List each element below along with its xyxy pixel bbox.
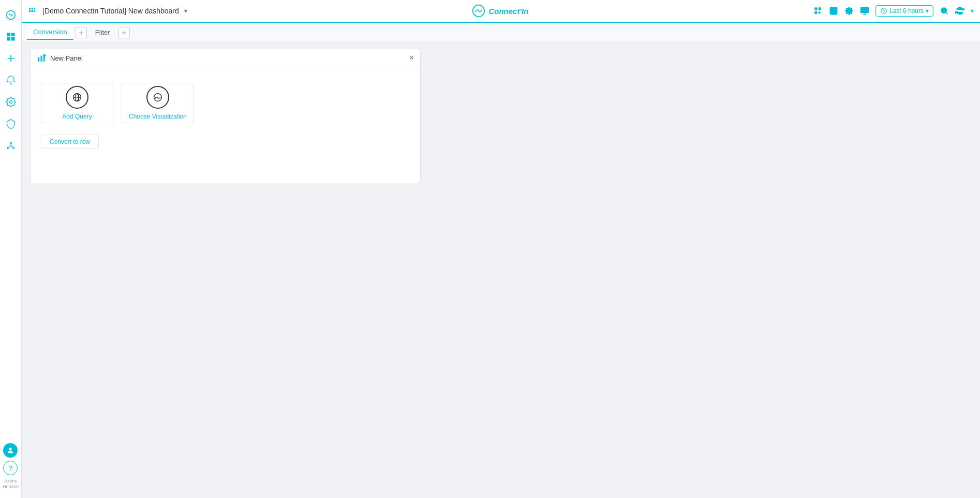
refresh-icon[interactable] xyxy=(955,6,964,16)
panel-card: New Panel × xyxy=(30,49,421,183)
add-query-option[interactable]: Add Query xyxy=(41,83,113,124)
svg-point-7 xyxy=(7,147,9,149)
svg-rect-2 xyxy=(11,33,14,37)
panel-add-chart-icon xyxy=(37,53,46,63)
svg-rect-12 xyxy=(34,8,35,9)
topbar-center: Connect'In xyxy=(191,4,809,18)
panel-header: New Panel × xyxy=(31,49,420,67)
tab-conversion[interactable]: Conversion xyxy=(27,25,73,40)
topbar-right-actions: Last 6 hours ▾ ▾ xyxy=(813,5,974,17)
svg-rect-3 xyxy=(7,37,10,41)
tab-filter[interactable]: Filter xyxy=(89,25,116,39)
brand-logo-topbar: Connect'In xyxy=(472,4,528,18)
search-icon[interactable] xyxy=(940,6,949,16)
sidebar-item-notifications[interactable] xyxy=(2,71,20,90)
sidebar-item-settings[interactable] xyxy=(2,93,20,111)
svg-point-25 xyxy=(941,8,947,13)
tabbar: Conversion + Filter + xyxy=(22,23,980,42)
more-options-icon[interactable]: ▾ xyxy=(971,7,974,14)
add-query-label: Add Query xyxy=(62,113,92,121)
convert-to-row-button[interactable]: Convert to row xyxy=(41,135,99,149)
title-dropdown-arrow[interactable]: ▾ xyxy=(184,7,187,14)
dashboard-grid-icon xyxy=(28,7,36,15)
svg-rect-18 xyxy=(819,7,821,10)
choose-visualization-label: Choose Visualization xyxy=(129,113,187,121)
panel-body: Add Query Choose Visualization Conver xyxy=(31,67,420,165)
svg-point-8 xyxy=(12,147,14,149)
save-icon[interactable] xyxy=(829,6,838,16)
panel-header-left: New Panel xyxy=(37,53,83,63)
sidebar-item-network[interactable] xyxy=(2,136,20,155)
brand-logo: Axens Horizon xyxy=(3,478,19,490)
svg-rect-4 xyxy=(11,37,14,41)
sidebar: ? Axens Horizon xyxy=(0,0,22,498)
svg-rect-27 xyxy=(41,56,42,62)
svg-rect-23 xyxy=(860,7,868,13)
svg-rect-19 xyxy=(814,11,817,14)
user-avatar[interactable] xyxy=(3,443,18,458)
topbar: [Demo Connectin Tutorial] New dashboard … xyxy=(22,0,980,23)
svg-rect-14 xyxy=(32,10,33,12)
query-icon xyxy=(66,86,88,109)
svg-rect-15 xyxy=(34,10,35,12)
settings-icon[interactable] xyxy=(844,6,854,16)
sidebar-item-add[interactable] xyxy=(2,49,20,68)
svg-point-5 xyxy=(9,101,12,104)
sidebar-logo-icon[interactable] xyxy=(2,6,20,24)
main-area: [Demo Connectin Tutorial] New dashboard … xyxy=(22,0,980,498)
svg-rect-21 xyxy=(831,7,836,10)
monitor-icon[interactable] xyxy=(860,6,869,16)
content-area: New Panel × xyxy=(22,42,980,498)
svg-point-9 xyxy=(9,448,12,450)
panel-title: New Panel xyxy=(50,54,83,62)
sidebar-item-security[interactable] xyxy=(2,114,20,133)
panel-options: Add Query Choose Visualization xyxy=(41,83,194,124)
svg-point-6 xyxy=(10,142,11,143)
add-filter-button[interactable]: + xyxy=(118,27,130,38)
time-range-picker[interactable]: Last 6 hours ▾ xyxy=(875,5,933,17)
panel-close-button[interactable]: × xyxy=(409,54,414,62)
svg-rect-1 xyxy=(7,33,10,37)
sidebar-bottom: ? Axens Horizon xyxy=(3,443,19,494)
sidebar-item-dashboard[interactable] xyxy=(2,27,20,46)
add-tab-button[interactable]: + xyxy=(76,27,87,38)
svg-rect-17 xyxy=(814,7,817,10)
page-title: [Demo Connectin Tutorial] New dashboard xyxy=(42,7,179,15)
svg-rect-10 xyxy=(29,8,31,9)
svg-rect-13 xyxy=(29,10,31,12)
svg-rect-26 xyxy=(38,57,39,62)
help-button[interactable]: ? xyxy=(3,461,18,475)
svg-rect-11 xyxy=(32,8,33,9)
chart-icon xyxy=(146,86,169,109)
choose-visualization-option[interactable]: Choose Visualization xyxy=(122,83,194,124)
add-panel-icon[interactable] xyxy=(813,6,823,16)
